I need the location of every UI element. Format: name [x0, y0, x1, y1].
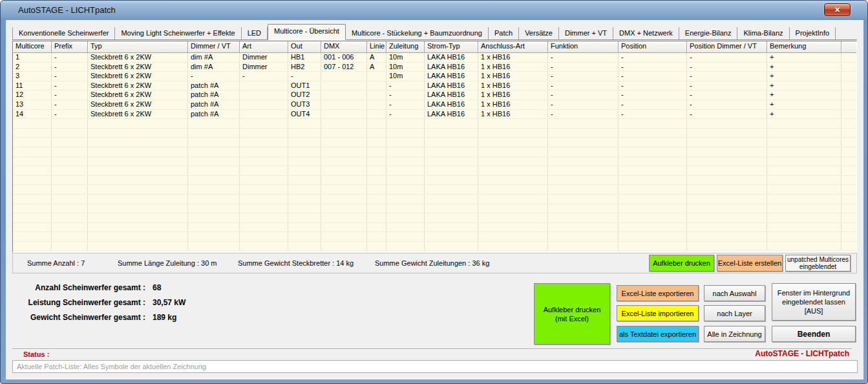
- table-row[interactable]: 13-Steckbrett 6 x 2KWpatch #AOUT3-LAKA H…: [13, 100, 856, 110]
- table-cell: HB2: [288, 63, 321, 72]
- table-row[interactable]: 14-Steckbrett 6 x 2KWpatch #AOUT4-LAKA H…: [13, 110, 856, 120]
- excel-liste-importieren-button[interactable]: Excel-Liste importieren: [617, 305, 699, 321]
- table-cell: [687, 195, 767, 204]
- tab-projektinfo[interactable]: ProjektInfo: [790, 27, 836, 39]
- window-title: AutoSTAGE - LICHTpatch: [18, 5, 116, 15]
- table-cell: [767, 204, 842, 213]
- tab-klima-bilanz[interactable]: Klima-Bilanz: [737, 27, 789, 39]
- total-power-value: 30,57 kW: [153, 298, 185, 307]
- table-cell: [52, 157, 88, 166]
- table-cell: [687, 147, 767, 156]
- tab-multicore-stückelung-baumzuordnung[interactable]: Multicore - Stückelung + Baumzuordnung: [346, 27, 489, 39]
- close-button[interactable]: ×: [824, 3, 851, 16]
- table-cell: [687, 204, 767, 213]
- table-cell: [367, 110, 386, 119]
- fenster-im-hintergrund-toggle-button[interactable]: Fenster im Hintergrund eingeblendet lass…: [772, 283, 856, 321]
- table-row-empty: [13, 232, 856, 242]
- titlebar[interactable]: AutoSTAGE - LICHTpatch ×: [1, 1, 867, 20]
- table-cell: [240, 204, 288, 213]
- table-cell: [13, 185, 52, 194]
- table-header-row: MulticorePrefixTypDimmer / VTArtOutDMXLi…: [13, 41, 856, 53]
- table-cell: [367, 147, 386, 156]
- table-cell: -: [52, 91, 88, 100]
- table-row[interactable]: 12-Steckbrett 6 x 2KWpatch #AOUT2-LAKA H…: [13, 91, 856, 100]
- tab-patch[interactable]: Patch: [489, 27, 519, 39]
- table-cell: [548, 129, 619, 138]
- tab-moving-light-scheinwerfer-effekte[interactable]: Moving Light Scheinwerfer + Effekte: [115, 27, 241, 39]
- table-cell: [240, 129, 288, 138]
- beenden-button[interactable]: Beenden: [772, 326, 856, 342]
- aufkleber-drucken-button[interactable]: Aufkleber drucken: [649, 255, 714, 272]
- table-row[interactable]: 2-Steckbrett 6 x 2KWdim #ADimmerHB2007 -…: [13, 63, 856, 72]
- table-cell: 1 x HB16: [478, 53, 548, 62]
- table-cell: [478, 242, 548, 251]
- excel-liste-erstellen-button[interactable]: Excel-Liste erstellen: [717, 255, 783, 272]
- table-cell: 1 x HB16: [478, 91, 548, 100]
- nach-layer-button[interactable]: nach Layer: [704, 305, 765, 321]
- table-cell: [619, 213, 687, 222]
- column-header: Zuleitung: [386, 41, 425, 53]
- table-cell: [288, 138, 321, 147]
- table-cell: [88, 166, 188, 175]
- table-cell: -: [548, 110, 619, 119]
- table-cell: [240, 176, 288, 185]
- table-cell: [386, 232, 425, 241]
- tab-led[interactable]: LED: [242, 27, 268, 39]
- excel-liste-exportieren-button[interactable]: Excel-Liste exportieren: [617, 285, 699, 301]
- table-cell: [367, 223, 386, 232]
- alle-in-zeichnung-button[interactable]: Alle in Zeichnung: [704, 326, 765, 342]
- table-row[interactable]: 1-Steckbrett 6 x 2KWdim #ADimmerHB1001 -…: [13, 53, 856, 63]
- table-cell: [386, 185, 425, 194]
- table-row-empty: [13, 147, 856, 157]
- table-cell: [240, 166, 288, 175]
- table-cell: [842, 242, 856, 251]
- table-cell: 10m: [386, 63, 425, 72]
- table-cell: [687, 157, 767, 166]
- table-cell: dim #A: [188, 53, 240, 62]
- table-cell: [842, 195, 856, 204]
- table-cell: [478, 223, 548, 232]
- table-cell: [425, 129, 478, 138]
- table-row-empty: [13, 138, 856, 147]
- table-cell: -: [52, 72, 88, 81]
- als-textdatei-exportieren-button[interactable]: als Textdatei exportieren: [617, 326, 699, 342]
- table-cell: [425, 157, 478, 166]
- table-cell: [386, 138, 425, 147]
- status-label: Status :: [23, 350, 49, 358]
- table-cell: [548, 119, 619, 128]
- tab-multicore-übersicht[interactable]: Multicore - Übersicht: [268, 24, 346, 40]
- table-cell: [767, 223, 842, 232]
- table-cell: -: [687, 72, 767, 81]
- table-cell: [767, 157, 842, 166]
- column-header: Out: [288, 41, 321, 53]
- table-cell: LAKA HB16: [425, 81, 478, 91]
- table-row[interactable]: 11-Steckbrett 6 x 2KWpatch #AOUT1-LAKA H…: [13, 81, 856, 91]
- table-cell: [687, 223, 767, 232]
- table-cell: 10m: [386, 72, 425, 81]
- table-cell: [386, 147, 425, 156]
- tab-konventionelle-scheinwerfer[interactable]: Konventionelle Scheinwerfer: [12, 27, 115, 39]
- table-cell: [321, 242, 367, 251]
- table-cell: [548, 223, 619, 232]
- table-cell: [478, 138, 548, 147]
- table-row[interactable]: 3-Steckbrett 6 x 2KW---10mLAKA HB161 x H…: [13, 72, 856, 81]
- nach-auswahl-button[interactable]: nach Auswahl: [704, 285, 765, 301]
- table-cell: [367, 157, 386, 166]
- status-field[interactable]: [12, 360, 858, 373]
- table-cell: -: [687, 81, 767, 91]
- aufkleber-drucken-mit-excel-button[interactable]: Aufkleber drucken (mit Excel): [534, 283, 610, 345]
- table-cell: [425, 176, 478, 185]
- tab-energie-bilanz[interactable]: Energie-Bilanz: [679, 27, 738, 39]
- table-cell: OUT3: [288, 100, 321, 109]
- table-cell: [13, 129, 52, 138]
- tab-dimmer-vt[interactable]: Dimmer + VT: [559, 27, 613, 39]
- table-cell: [548, 166, 619, 175]
- total-weight-label: Gewicht Scheinwerfer gesamt :: [18, 313, 145, 322]
- table-cell: 10m: [386, 53, 425, 62]
- table-cell: [619, 242, 687, 251]
- tab-dmx-netzwerk[interactable]: DMX + Netzwerk: [613, 27, 679, 39]
- table-cell: Steckbrett 6 x 2KW: [88, 63, 188, 72]
- tab-versätze[interactable]: Versätze: [519, 27, 559, 39]
- unpatched-multicores-toggle-button[interactable]: unpatched Multicores eingeblendet: [785, 255, 851, 272]
- table-cell: OUT1: [288, 81, 321, 91]
